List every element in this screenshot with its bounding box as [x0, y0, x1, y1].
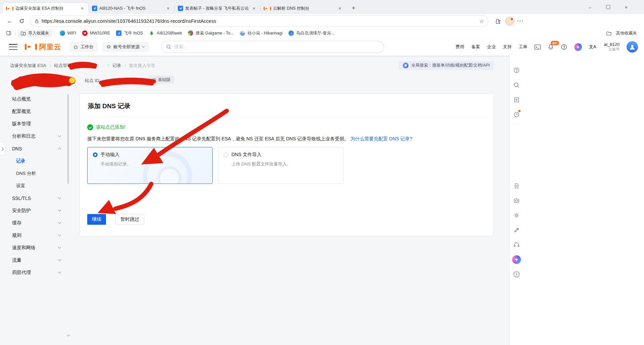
breadcrumb-separator: /	[108, 63, 109, 68]
console-header-right: 费用 备案 企业 支持 工单 99+ 文A ai_8120 主账号	[455, 41, 638, 53]
refresh-button[interactable]	[17, 16, 27, 26]
bookmark-fnos[interactable]: 飞牛 fnOS	[113, 29, 146, 37]
nav-billing[interactable]: 费用	[455, 44, 464, 50]
cloudshell-icon[interactable]	[534, 44, 541, 50]
notifications-bell-icon[interactable]: 99+	[548, 44, 554, 50]
rail-collapse-chevron-icon[interactable]	[510, 267, 523, 282]
bookmark-mw310re[interactable]: MMW310RE	[79, 29, 113, 37]
workbench-button[interactable]: 工作台	[69, 42, 98, 52]
tab-title: AI8120-NAS - 飞牛 fnOS	[99, 6, 163, 11]
option-description: 上传 DNS 配置文件批量导入。	[231, 161, 338, 167]
global-search-button[interactable]: 全局搜索：搜菜单/功能/规则配置/文档/API	[399, 61, 494, 70]
divider	[15, 30, 16, 36]
nav-enterprise[interactable]: 企业	[487, 44, 496, 50]
sidebar-item-layer4-proxy[interactable]: 四层代理	[0, 266, 79, 279]
breadcrumb-records[interactable]: 记录	[112, 63, 121, 69]
window-close-button[interactable]: ×	[621, 2, 631, 12]
plan-badge: 基础版	[149, 76, 174, 84]
sidebar-item-ssl-tls[interactable]: SSL/TLS	[0, 192, 79, 204]
tab-fnos-nas[interactable]: AI8120-NAS - 飞牛 fnOS ×	[89, 3, 174, 14]
tab-forum-post[interactable]: 发表帖子 - 攻略分享 飞牛私有云论 ×	[174, 3, 260, 14]
tab-close-icon[interactable]: ×	[79, 5, 85, 11]
rail-docs-icon[interactable]	[510, 179, 523, 193]
browser-menu-icon[interactable]: ···	[517, 18, 524, 24]
nav-icp[interactable]: 备案	[471, 44, 480, 50]
console-menu-icon[interactable]	[9, 44, 17, 50]
bookmark-label: AI8120的web	[157, 30, 182, 36]
tab-dns-console[interactable]: 云解析 DNS 控制台 ×	[260, 3, 346, 14]
account-info[interactable]: ai_8120 主账号	[604, 42, 620, 52]
sidebar-toggle-icon[interactable]	[4, 28, 13, 38]
bookmark-ai8120-web[interactable]: AI8120的web	[146, 29, 185, 37]
window-maximize-button[interactable]	[603, 2, 613, 12]
back-arrow-icon[interactable]: ←	[10, 76, 17, 84]
sidebar-item-traffic[interactable]: 流量	[0, 254, 79, 266]
window-minimize-button[interactable]: –	[585, 2, 595, 12]
sidebar-item-cache[interactable]: 缓存	[0, 217, 79, 229]
rail-settings-gear-icon[interactable]	[510, 208, 523, 223]
why-configure-dns-link[interactable]: 为什么需要先配置 DNS 记录?	[350, 136, 412, 141]
nav-support[interactable]: 支持	[503, 44, 512, 50]
option-manual-input[interactable]: 手动输入 手动添加记录。	[87, 147, 213, 184]
tab-bar: 边缘安全加速 ESA 控制台 × AI8120-NAS - 飞牛 fnOS × …	[0, 0, 644, 14]
sidebar-item-rules[interactable]: 规则	[0, 229, 79, 242]
console-search-input[interactable]: 搜索...	[161, 41, 384, 53]
radio-unselected-icon[interactable]	[224, 152, 228, 157]
rail-support-headset-icon[interactable]	[510, 237, 523, 252]
url-field[interactable]: https://esa.console.aliyun.com/site/1037…	[30, 15, 488, 27]
account-resources-selector[interactable]: 账号全部资源	[102, 42, 149, 52]
new-tab-button[interactable]: +	[349, 3, 358, 13]
breadcrumb-site-management[interactable]: 站点管理	[54, 63, 71, 69]
option-dns-file-import[interactable]: DNS 文件导入 上传 DNS 配置文件批量导入。	[218, 147, 343, 184]
rail-help-icon[interactable]	[510, 63, 523, 78]
sidebar-item-label: SSL/TLS	[12, 196, 31, 201]
favorite-star-icon[interactable]: ☆	[479, 18, 484, 24]
breadcrumb-esa[interactable]: 边缘安全加速 ESA	[10, 63, 46, 69]
tab-close-icon[interactable]: ×	[165, 5, 171, 11]
sidebar-item-label: 站点概览	[12, 96, 31, 102]
skip-button[interactable]: 暂时跳过	[115, 214, 144, 225]
bookmark-label: 飞牛 fnOS	[124, 30, 143, 36]
tab-close-icon[interactable]: ×	[251, 5, 257, 11]
chevron-down-icon	[58, 234, 61, 236]
plan-badge-label: 基础版	[158, 77, 171, 83]
aliyun-logo[interactable]: 阿里云	[25, 42, 61, 52]
continue-button[interactable]: 继续	[87, 214, 106, 225]
sidebar-expander-handle[interactable]: ❯	[0, 142, 5, 155]
radio-selected-icon[interactable]	[93, 152, 98, 157]
extensions-icon[interactable]	[493, 16, 502, 26]
bookmark-import-folder[interactable]: 导入收藏夹	[18, 29, 52, 37]
rail-ai-assistant-icon[interactable]	[510, 252, 523, 267]
rail-api-tool-icon[interactable]	[510, 193, 523, 208]
back-button[interactable]: ←	[5, 16, 15, 26]
ai-assistant-icon[interactable]	[574, 43, 582, 51]
bookmark-galgame-search[interactable]: 搜索 Galgame - To...	[185, 29, 237, 37]
bookmark-bird-island-music[interactable]: ♪鸟白岛演绎厅-音乐...	[285, 29, 338, 37]
scroll-down-icon[interactable]	[66, 334, 70, 337]
rail-feedback-pen-icon[interactable]	[510, 223, 523, 237]
bookmarks-bar: 导入收藏夹 WIFI MMW310RE 飞牛 fnOS AI8120的web 搜…	[0, 28, 644, 38]
fnos-favicon	[178, 6, 183, 11]
bookmark-hikarinagi[interactable]: 轻小说 - Hikarinagi	[237, 29, 285, 37]
help-icon[interactable]	[561, 44, 567, 50]
tab-close-icon[interactable]: ×	[337, 5, 343, 11]
user-avatar[interactable]	[627, 41, 638, 53]
sidebar-item-label: DNS 分析	[16, 170, 36, 177]
sidebar-item-security[interactable]: 安全防护	[0, 204, 79, 217]
sidebar-item-label: 分析和日志	[12, 133, 36, 139]
tab-esa-console[interactable]: 边缘安全加速 ESA 控制台 ×	[3, 3, 89, 14]
rail-survey-icon[interactable]	[510, 92, 523, 107]
rail-search-icon[interactable]	[510, 78, 523, 92]
notification-badge: 99+	[551, 41, 559, 45]
language-toggle[interactable]: 文A	[589, 44, 596, 50]
rail-history-icon[interactable]	[510, 107, 523, 122]
nav-tickets[interactable]: 工单	[519, 44, 527, 50]
browser-profile-avatar[interactable]	[505, 16, 515, 26]
sidebar-item-speed-network[interactable]: 速度和网络	[0, 242, 79, 254]
success-message: 该站点已添加!	[96, 124, 125, 130]
sidebar-scrollbar[interactable]	[67, 94, 69, 184]
success-message-row: 该站点已添加!	[87, 124, 486, 130]
other-favorites-folder[interactable]: 其他收藏夹	[603, 29, 640, 37]
bookmark-wifi[interactable]: WIFI	[57, 29, 79, 37]
chevron-down-icon	[142, 46, 145, 48]
